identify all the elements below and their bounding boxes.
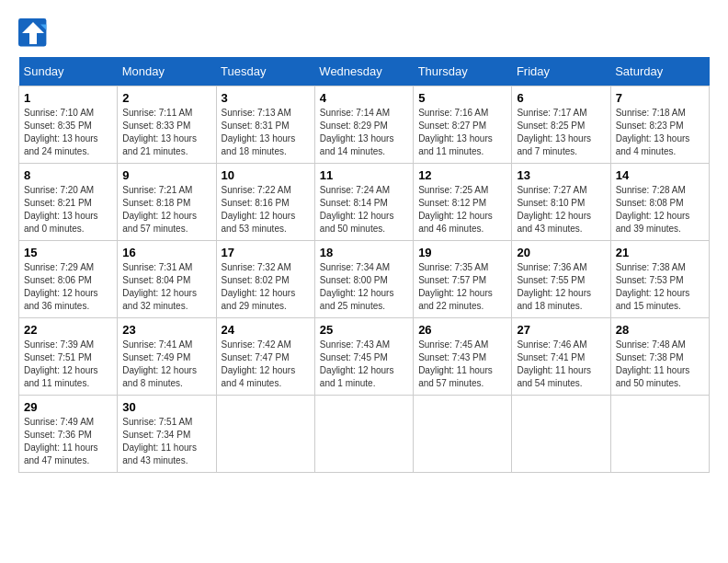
calendar-header-row: SundayMondayTuesdayWednesdayThursdayFrid… (19, 57, 710, 86)
calendar-cell: 30Sunrise: 7:51 AMSunset: 7:34 PMDayligh… (118, 396, 216, 473)
day-number: 17 (222, 246, 310, 259)
calendar-cell (512, 396, 610, 473)
page-header (18, 18, 710, 48)
day-info: Sunrise: 7:51 AMSunset: 7:34 PMDaylight:… (122, 416, 210, 467)
calendar-cell: 20Sunrise: 7:36 AMSunset: 7:55 PMDayligh… (512, 241, 610, 318)
day-number: 24 (222, 323, 310, 337)
week-row-5: 29Sunrise: 7:49 AMSunset: 7:36 PMDayligh… (19, 396, 710, 473)
calendar-cell: 28Sunrise: 7:48 AMSunset: 7:38 PMDayligh… (610, 318, 709, 396)
day-info: Sunrise: 7:35 AMSunset: 7:57 PMDaylight:… (418, 261, 506, 313)
day-info: Sunrise: 7:43 AMSunset: 7:45 PMDaylight:… (320, 339, 408, 390)
day-number: 11 (320, 168, 408, 182)
day-info: Sunrise: 7:49 AMSunset: 7:36 PMDaylight:… (24, 416, 112, 467)
day-info: Sunrise: 7:14 AMSunset: 8:29 PMDaylight:… (320, 107, 408, 158)
day-info: Sunrise: 7:22 AMSunset: 8:16 PMDaylight:… (222, 184, 310, 236)
day-number: 6 (517, 91, 605, 105)
column-header-tuesday: Tuesday (216, 57, 314, 86)
day-info: Sunrise: 7:34 AMSunset: 8:00 PMDaylight:… (320, 261, 408, 313)
calendar-cell: 4Sunrise: 7:14 AMSunset: 8:29 PMDaylight… (314, 86, 413, 164)
day-info: Sunrise: 7:16 AMSunset: 8:27 PMDaylight:… (418, 107, 506, 158)
day-info: Sunrise: 7:11 AMSunset: 8:33 PMDaylight:… (122, 107, 210, 158)
calendar-cell: 8Sunrise: 7:20 AMSunset: 8:21 PMDaylight… (19, 164, 118, 241)
calendar-cell: 24Sunrise: 7:42 AMSunset: 7:47 PMDayligh… (216, 318, 314, 396)
day-info: Sunrise: 7:20 AMSunset: 8:21 PMDaylight:… (24, 184, 112, 236)
day-info: Sunrise: 7:39 AMSunset: 7:51 PMDaylight:… (24, 339, 112, 390)
day-number: 8 (24, 168, 112, 182)
calendar-cell: 5Sunrise: 7:16 AMSunset: 8:27 PMDaylight… (414, 86, 512, 164)
column-header-sunday: Sunday (19, 57, 118, 86)
day-number: 14 (616, 168, 704, 182)
day-number: 28 (616, 323, 704, 337)
calendar-cell: 13Sunrise: 7:27 AMSunset: 8:10 PMDayligh… (512, 164, 610, 241)
day-number: 20 (517, 246, 605, 259)
calendar-cell: 3Sunrise: 7:13 AMSunset: 8:31 PMDaylight… (216, 86, 314, 164)
calendar-cell: 21Sunrise: 7:38 AMSunset: 7:53 PMDayligh… (610, 241, 709, 318)
calendar-cell: 18Sunrise: 7:34 AMSunset: 8:00 PMDayligh… (314, 241, 413, 318)
day-info: Sunrise: 7:28 AMSunset: 8:08 PMDaylight:… (616, 184, 704, 236)
calendar-cell: 7Sunrise: 7:18 AMSunset: 8:23 PMDaylight… (610, 86, 709, 164)
day-number: 1 (24, 91, 112, 105)
day-number: 10 (222, 168, 310, 182)
day-info: Sunrise: 7:25 AMSunset: 8:12 PMDaylight:… (418, 184, 506, 236)
day-info: Sunrise: 7:42 AMSunset: 7:47 PMDaylight:… (222, 339, 310, 390)
day-info: Sunrise: 7:38 AMSunset: 7:53 PMDaylight:… (616, 261, 704, 313)
calendar-cell: 12Sunrise: 7:25 AMSunset: 8:12 PMDayligh… (414, 164, 512, 241)
calendar-cell: 19Sunrise: 7:35 AMSunset: 7:57 PMDayligh… (414, 241, 512, 318)
calendar-cell: 17Sunrise: 7:32 AMSunset: 8:02 PMDayligh… (216, 241, 314, 318)
day-number: 12 (418, 168, 506, 182)
logo-icon (18, 18, 48, 48)
day-info: Sunrise: 7:36 AMSunset: 7:55 PMDaylight:… (517, 261, 605, 313)
day-info: Sunrise: 7:41 AMSunset: 7:49 PMDaylight:… (122, 339, 210, 390)
day-number: 15 (24, 246, 112, 259)
calendar-cell: 22Sunrise: 7:39 AMSunset: 7:51 PMDayligh… (19, 318, 118, 396)
day-info: Sunrise: 7:17 AMSunset: 8:25 PMDaylight:… (517, 107, 605, 158)
calendar-cell: 9Sunrise: 7:21 AMSunset: 8:18 PMDaylight… (118, 164, 216, 241)
day-number: 16 (122, 246, 210, 259)
day-number: 22 (24, 323, 112, 337)
day-number: 23 (122, 323, 210, 337)
day-info: Sunrise: 7:13 AMSunset: 8:31 PMDaylight:… (222, 107, 310, 158)
day-info: Sunrise: 7:10 AMSunset: 8:35 PMDaylight:… (24, 107, 112, 158)
calendar-cell (314, 396, 413, 473)
calendar-cell: 23Sunrise: 7:41 AMSunset: 7:49 PMDayligh… (118, 318, 216, 396)
day-info: Sunrise: 7:45 AMSunset: 7:43 PMDaylight:… (418, 339, 506, 390)
column-header-monday: Monday (118, 57, 216, 86)
calendar-cell: 15Sunrise: 7:29 AMSunset: 8:06 PMDayligh… (19, 241, 118, 318)
logo (18, 18, 50, 48)
column-header-wednesday: Wednesday (314, 57, 413, 86)
day-number: 25 (320, 323, 408, 337)
calendar-cell: 6Sunrise: 7:17 AMSunset: 8:25 PMDaylight… (512, 86, 610, 164)
day-number: 27 (517, 323, 605, 337)
day-info: Sunrise: 7:46 AMSunset: 7:41 PMDaylight:… (517, 339, 605, 390)
day-number: 4 (320, 91, 408, 105)
calendar-cell: 29Sunrise: 7:49 AMSunset: 7:36 PMDayligh… (19, 396, 118, 473)
day-number: 19 (418, 246, 506, 259)
week-row-1: 1Sunrise: 7:10 AMSunset: 8:35 PMDaylight… (19, 86, 710, 164)
day-number: 2 (122, 91, 210, 105)
day-number: 18 (320, 246, 408, 259)
calendar-cell: 25Sunrise: 7:43 AMSunset: 7:45 PMDayligh… (314, 318, 413, 396)
calendar-cell: 26Sunrise: 7:45 AMSunset: 7:43 PMDayligh… (414, 318, 512, 396)
day-number: 7 (616, 91, 704, 105)
column-header-thursday: Thursday (414, 57, 512, 86)
week-row-4: 22Sunrise: 7:39 AMSunset: 7:51 PMDayligh… (19, 318, 710, 396)
calendar-cell (414, 396, 512, 473)
week-row-2: 8Sunrise: 7:20 AMSunset: 8:21 PMDaylight… (19, 164, 710, 241)
day-info: Sunrise: 7:48 AMSunset: 7:38 PMDaylight:… (616, 339, 704, 390)
day-info: Sunrise: 7:32 AMSunset: 8:02 PMDaylight:… (222, 261, 310, 313)
calendar-cell: 1Sunrise: 7:10 AMSunset: 8:35 PMDaylight… (19, 86, 118, 164)
day-number: 21 (616, 246, 704, 259)
week-row-3: 15Sunrise: 7:29 AMSunset: 8:06 PMDayligh… (19, 241, 710, 318)
calendar-cell: 2Sunrise: 7:11 AMSunset: 8:33 PMDaylight… (118, 86, 216, 164)
day-info: Sunrise: 7:18 AMSunset: 8:23 PMDaylight:… (616, 107, 704, 158)
day-number: 3 (222, 91, 310, 105)
column-header-saturday: Saturday (610, 57, 709, 86)
day-number: 29 (24, 400, 112, 414)
calendar-cell (610, 396, 709, 473)
calendar-table: SundayMondayTuesdayWednesdayThursdayFrid… (18, 57, 710, 473)
calendar-cell (216, 396, 314, 473)
day-number: 30 (122, 400, 210, 414)
day-number: 9 (122, 168, 210, 182)
day-info: Sunrise: 7:21 AMSunset: 8:18 PMDaylight:… (122, 184, 210, 236)
calendar-cell: 11Sunrise: 7:24 AMSunset: 8:14 PMDayligh… (314, 164, 413, 241)
